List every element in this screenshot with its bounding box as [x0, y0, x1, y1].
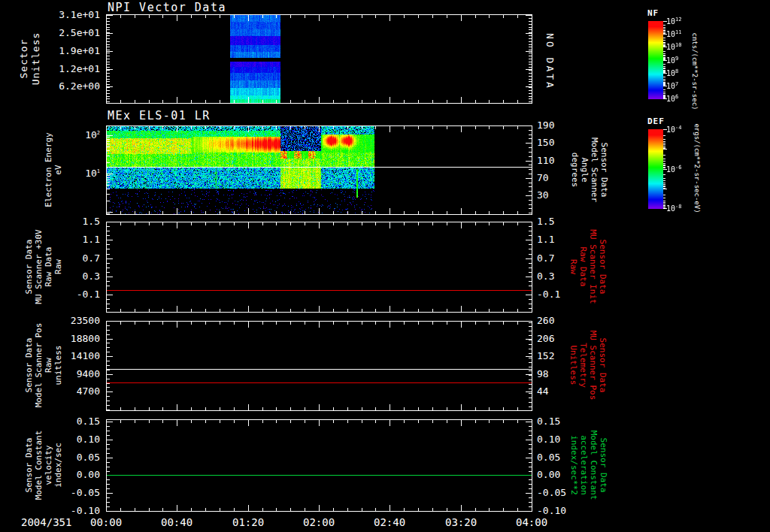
panel2-right-y-tick-label: 30	[537, 190, 549, 200]
x-axis-tick-label: 01:20	[232, 517, 264, 527]
panel3-y-tick-label: 1.5	[41, 216, 100, 226]
x-axis-tick-label: 04:00	[516, 517, 547, 527]
nf-colorbar-title: NF	[647, 8, 659, 18]
panel3-right-y-tick-label: 0.3	[537, 271, 554, 281]
panel3-right-axis-label: Sensor Data MU Scanner Init Raw Data Raw	[568, 229, 608, 304]
panel4-y-tick-label: 18800	[41, 334, 100, 343]
panel3-right-y-tick-label: 1.1	[537, 234, 554, 244]
def-colorbar-unit-label: ergs/(cm**2-sr-sec-eV)	[693, 123, 700, 213]
panel2-y-tick-label: 102	[41, 130, 100, 140]
nf-colorbar-unit-label: cnts/(cm**2-sr-sec)	[691, 33, 698, 110]
panel3-y-tick-label: -0.1	[41, 289, 100, 299]
panel2-right-y-tick-label: 190	[537, 120, 554, 130]
panel2-right-axis-label: Sensor Data Model Scanner Angle degrees	[570, 138, 609, 202]
panel5-y-tick-label: 0.15	[41, 416, 100, 426]
panel1-y-tick-label: 1.2e+01	[41, 64, 100, 74]
def-colorbar-tick-label: 10-4	[666, 125, 681, 134]
nf-colorbar-tick-label: 108	[666, 69, 678, 77]
panel4-y-tick-label: 14100	[41, 351, 100, 361]
x-axis-date-label: 2004/351	[21, 517, 71, 527]
panel1-y-tick-label: 3.1e+01	[41, 10, 100, 20]
p1-plot-canvas	[106, 14, 532, 104]
panel1-no-data-label: NO DATA	[544, 33, 556, 90]
panel1-y-axis-label: Sector Unitless	[18, 32, 42, 86]
nf-colorbar-tick-label: 1010	[666, 43, 681, 51]
panel5-right-axis-label: Sensor Data Model Constant acceleration …	[569, 431, 608, 500]
panel4-right-y-tick-label: 206	[537, 334, 554, 343]
panel4-y-tick-label: 4700	[41, 386, 100, 396]
panel4-right-axis-label: Sensor Data MU Scanner Pos Telemetry Uni…	[568, 331, 608, 401]
panel5-right-y-tick-label: 0.00	[537, 470, 560, 479]
def-colorbar-tick-label: 10-8	[666, 204, 681, 213]
panel5-right-y-tick-label: 0.15	[537, 416, 560, 426]
nf-colorbar-tick-label: 1012	[666, 17, 681, 26]
p4-plot-canvas	[106, 321, 532, 411]
panel4-right-y-tick-label: 98	[537, 369, 549, 379]
nf-colorbar-tick-label: 1011	[666, 30, 681, 38]
panel5-y-tick-label: 0.00	[41, 470, 100, 479]
panel3-y-tick-label: 0.7	[41, 253, 100, 263]
panel2-right-y-tick-label: 150	[537, 138, 554, 147]
panel4-right-y-tick-label: 44	[537, 386, 549, 396]
panel2-title: MEx ELS-01 LR	[108, 109, 211, 122]
panel1-y-tick-label: 6.2e+00	[41, 81, 100, 91]
x-axis-tick-label: 03:20	[445, 517, 477, 527]
panel4-y-tick-label: 9400	[41, 369, 100, 379]
p5-plot-canvas	[106, 419, 532, 512]
def-colorbar-title: DEF	[647, 116, 665, 126]
panel1-y-tick-label: 2.5e+01	[41, 28, 100, 38]
panel3-y-tick-label: 0.3	[41, 271, 100, 281]
nf-colorbar-tick-label: 109	[666, 56, 678, 65]
panel4-y-tick-label: 23500	[41, 316, 100, 325]
p3-plot-canvas	[106, 222, 532, 313]
def-colorbar-tick-label: 10-6	[666, 165, 681, 174]
panel2-right-y-tick-label: 110	[537, 156, 554, 165]
panel1-title: NPI Vector Data	[108, 1, 226, 14]
panel5-y-tick-label: 0.10	[41, 434, 100, 444]
panel5-right-y-tick-label: 0.10	[537, 434, 560, 444]
panel5-y-tick-label: 0.05	[41, 452, 100, 462]
panel5-right-y-tick-label: -0.05	[537, 488, 566, 497]
panel3-right-y-tick-label: -0.1	[537, 289, 560, 299]
x-axis-tick-label: 02:00	[303, 517, 335, 527]
panel2-right-y-tick-label: 70	[537, 173, 549, 183]
panel4-right-y-tick-label: 152	[537, 351, 554, 361]
panel1-y-tick-label: 1.9e+01	[41, 46, 100, 56]
panel5-right-y-tick-label: -0.10	[537, 506, 566, 515]
x-axis-tick-label: 00:40	[161, 517, 192, 527]
panel5-y-tick-label: -0.05	[41, 488, 100, 497]
panel3-y-tick-label: 1.1	[41, 234, 100, 244]
nf-colorbar-tick-label: 106	[666, 95, 678, 103]
nf-colorbar-tick-label: 107	[666, 82, 678, 90]
plot-viewer-screen: NPI Vector Data MEx ELS-01 LR Sector Uni…	[0, 0, 770, 532]
p2-plot-canvas	[106, 125, 532, 215]
x-axis-tick-label: 02:40	[374, 517, 405, 527]
x-axis-tick-label: 00:00	[90, 517, 122, 527]
panel3-right-y-tick-label: 1.5	[537, 216, 554, 226]
panel2-y-tick-label: 101	[41, 168, 100, 178]
panel5-right-y-tick-label: 0.05	[537, 452, 560, 462]
panel5-y-tick-label: -0.10	[41, 506, 100, 515]
panel3-right-y-tick-label: 0.7	[537, 253, 554, 263]
panel4-right-y-tick-label: 260	[537, 316, 554, 325]
